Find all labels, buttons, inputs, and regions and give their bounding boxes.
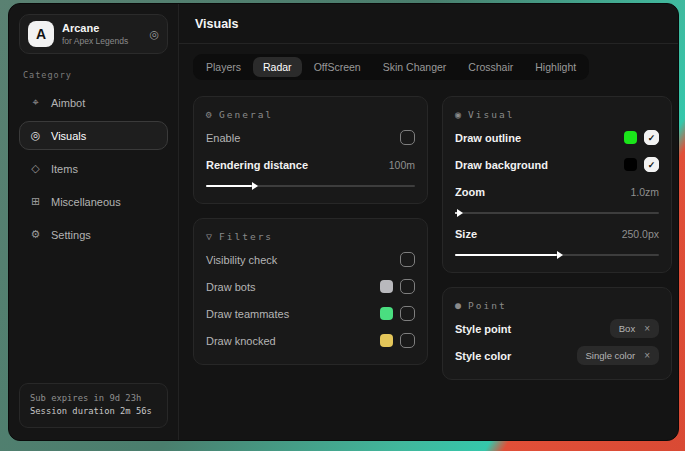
sidebar-item-visuals[interactable]: ◎ Visuals	[19, 121, 168, 150]
filters-section-header: ▽ Filters	[206, 231, 415, 242]
sidebar-item-label: Items	[51, 163, 78, 175]
style-point-label: Style point	[455, 323, 511, 335]
slider-thumb[interactable]	[557, 251, 563, 259]
session-info-card: Sub expires in 9d 23h Session duration 2…	[19, 383, 168, 428]
draw-outline-color-swatch[interactable]	[624, 131, 637, 144]
draw-knocked-color-swatch[interactable]	[380, 334, 393, 347]
sidebar-item-items[interactable]: ◇ Items	[19, 154, 168, 183]
visibility-check-checkbox[interactable]	[400, 252, 415, 267]
style-point-select[interactable]: Box ×	[610, 319, 659, 338]
tab-radar[interactable]: Radar	[253, 57, 302, 77]
draw-bots-row: Draw bots	[206, 275, 415, 298]
tab-bar: Players Radar OffScreen Skin Changer Cro…	[193, 54, 589, 80]
tab-crosshair[interactable]: Crosshair	[458, 57, 523, 77]
gear-icon: ⚙	[29, 228, 42, 241]
main-panel: Visuals Players Radar OffScreen Skin Cha…	[179, 4, 678, 440]
section-title: Visual	[468, 109, 514, 120]
general-section-header: ⚙ General	[206, 109, 415, 120]
draw-background-row: Draw background ✓	[455, 153, 659, 176]
gear-icon: ⚙	[206, 109, 212, 120]
close-icon[interactable]: ×	[644, 324, 650, 334]
app-name: Arcane	[62, 22, 141, 34]
visual-card: ◉ Visual Draw outline ✓ Draw background	[442, 96, 672, 273]
tab-highlight[interactable]: Highlight	[525, 57, 586, 77]
zoom-value: 1.0zm	[630, 186, 659, 198]
slider-fill	[455, 254, 557, 256]
draw-teammates-row: Draw teammates	[206, 302, 415, 325]
cube-icon: ◇	[29, 162, 42, 175]
sub-expires-text: Sub expires in 9d 23h	[30, 392, 157, 406]
eye-icon: ◎	[29, 129, 42, 142]
draw-background-label: Draw background	[455, 159, 548, 171]
style-color-value: Single color	[586, 350, 636, 361]
draw-background-color-swatch[interactable]	[624, 158, 637, 171]
zoom-slider[interactable]	[455, 208, 659, 218]
size-row: Size 250.0px	[455, 222, 659, 245]
tab-offscreen[interactable]: OffScreen	[304, 57, 371, 77]
support-icon[interactable]: ◎	[149, 28, 159, 41]
funnel-icon: ▽	[206, 231, 212, 242]
section-title: General	[219, 109, 273, 120]
app-logo: A	[28, 21, 54, 47]
main-header: Visuals	[179, 4, 678, 44]
sidebar: A Arcane for Apex Legends ◎ Category ⌖ A…	[9, 4, 179, 440]
draw-bots-checkbox[interactable]	[400, 279, 415, 294]
sidebar-spacer	[19, 253, 168, 383]
draw-outline-checkbox[interactable]: ✓	[644, 130, 659, 145]
visibility-check-row: Visibility check	[206, 248, 415, 271]
grid-icon: ⊞	[29, 195, 42, 208]
draw-background-checkbox[interactable]: ✓	[644, 157, 659, 172]
enable-label: Enable	[206, 132, 240, 144]
style-color-select[interactable]: Single color ×	[577, 346, 659, 365]
left-column: ⚙ General Enable Rendering distance 100m	[193, 96, 428, 379]
draw-outline-label: Draw outline	[455, 132, 521, 144]
enable-checkbox[interactable]	[400, 130, 415, 145]
session-duration-text: Session duration 2m 56s	[30, 405, 157, 419]
tab-skin-changer[interactable]: Skin Changer	[373, 57, 457, 77]
slider-fill	[455, 212, 457, 214]
app-subtitle: for Apex Legends	[62, 36, 141, 46]
sidebar-item-aimbot[interactable]: ⌖ Aimbot	[19, 88, 168, 117]
visibility-check-label: Visibility check	[206, 254, 277, 266]
zoom-row: Zoom 1.0zm	[455, 180, 659, 203]
draw-teammates-label: Draw teammates	[206, 308, 289, 320]
sidebar-item-settings[interactable]: ⚙ Settings	[19, 220, 168, 249]
draw-teammates-checkbox[interactable]	[400, 306, 415, 321]
draw-teammates-color-swatch[interactable]	[380, 307, 393, 320]
sidebar-item-miscellaneous[interactable]: ⊞ Miscellaneous	[19, 187, 168, 216]
page-title: Visuals	[195, 17, 662, 31]
crosshair-icon: ⌖	[29, 96, 42, 109]
slider-thumb[interactable]	[457, 209, 463, 217]
slider-thumb[interactable]	[252, 182, 258, 190]
category-label: Category	[23, 70, 164, 80]
slider-fill	[206, 185, 252, 187]
rendering-distance-value: 100m	[389, 159, 415, 171]
app-window: A Arcane for Apex Legends ◎ Category ⌖ A…	[8, 3, 679, 441]
close-icon[interactable]: ×	[644, 351, 650, 361]
draw-bots-color-swatch[interactable]	[380, 280, 393, 293]
content: ⚙ General Enable Rendering distance 100m	[179, 84, 678, 406]
enable-row: Enable	[206, 126, 415, 149]
visual-section-header: ◉ Visual	[455, 109, 659, 120]
sidebar-item-label: Miscellaneous	[51, 196, 121, 208]
sidebar-item-label: Aimbot	[51, 97, 85, 109]
dot-icon: ●	[455, 300, 461, 311]
general-card: ⚙ General Enable Rendering distance 100m	[193, 96, 428, 204]
rendering-distance-label: Rendering distance	[206, 159, 308, 171]
tabs-row: Players Radar OffScreen Skin Changer Cro…	[179, 44, 678, 84]
filters-card: ▽ Filters Visibility check Draw bots	[193, 218, 428, 365]
point-section-header: ● Point	[455, 300, 659, 311]
draw-knocked-checkbox[interactable]	[400, 333, 415, 348]
rendering-distance-slider[interactable]	[206, 181, 415, 191]
size-slider[interactable]	[455, 250, 659, 260]
app-header-card: A Arcane for Apex Legends ◎	[19, 14, 168, 54]
right-column: ◉ Visual Draw outline ✓ Draw background	[442, 96, 672, 394]
point-card: ● Point Style point Box × Style color S	[442, 287, 672, 380]
eye-icon: ◉	[455, 109, 461, 120]
rendering-distance-row: Rendering distance 100m	[206, 153, 415, 176]
style-color-label: Style color	[455, 350, 511, 362]
tab-players[interactable]: Players	[196, 57, 251, 77]
slider-track	[455, 212, 659, 214]
draw-bots-label: Draw bots	[206, 281, 256, 293]
draw-knocked-row: Draw knocked	[206, 329, 415, 352]
